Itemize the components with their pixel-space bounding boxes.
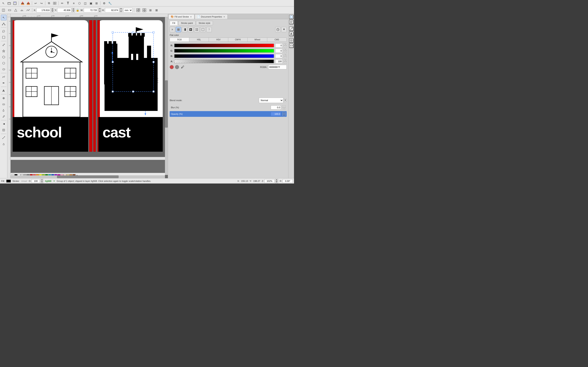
fill-type-swatch[interactable]: [200, 27, 206, 32]
transform-btn-2[interactable]: [7, 8, 12, 13]
y-increment[interactable]: ▲: [72, 8, 75, 10]
toolbar-view2-btn[interactable]: ▣: [88, 1, 94, 6]
tool-dropper2[interactable]: [1, 141, 7, 147]
g-value-input[interactable]: [275, 49, 283, 53]
tool-hexagon[interactable]: [1, 54, 7, 60]
a-value-input[interactable]: [275, 59, 283, 63]
transform-btn-5[interactable]: [25, 8, 31, 13]
toolbar-select-btn[interactable]: ↖: [1, 1, 6, 6]
tool-tweak[interactable]: [1, 28, 7, 34]
status-zoom-decrement[interactable]: ▼: [275, 181, 278, 183]
rs-align-btn[interactable]: [289, 20, 294, 24]
subtab-fill[interactable]: Fill: [170, 21, 178, 25]
fill-type-unknown[interactable]: ?: [207, 27, 212, 32]
toolbar-redo-btn[interactable]: ↪: [39, 1, 44, 6]
toolbar-save-btn[interactable]: [12, 1, 17, 6]
rs-grid-btn[interactable]: [289, 38, 294, 43]
tab-doc-props[interactable]: 📄 Document Properties ✕: [195, 14, 227, 19]
color-tab-cms[interactable]: CMS: [267, 38, 286, 42]
snap-btn-4[interactable]: ⊠: [154, 8, 159, 13]
status-zoom-increment[interactable]: ▲: [275, 179, 278, 181]
snap-btn-3[interactable]: ⊞: [148, 8, 153, 13]
toolbar-wrench-btn[interactable]: 🔧: [107, 1, 112, 6]
color-tab-cmyk[interactable]: CMYK: [228, 38, 248, 42]
status-zoom-input[interactable]: [264, 179, 275, 183]
rs-xml-btn[interactable]: [289, 43, 294, 48]
toolbar-bezier-btn[interactable]: ✏: [60, 1, 65, 6]
tool-mesh[interactable]: [1, 127, 7, 133]
canvas-content[interactable]: school: [11, 17, 168, 178]
tool-connector[interactable]: [1, 135, 7, 141]
tool-zoom[interactable]: [1, 34, 7, 40]
g-slider-track[interactable]: [174, 49, 274, 53]
tool-eyedropper[interactable]: [1, 114, 7, 119]
tab-fill-stroke-close[interactable]: ✕: [190, 16, 192, 18]
scrollbar-bottom[interactable]: [11, 175, 165, 178]
color-tab-rgb[interactable]: RGB: [170, 38, 189, 42]
tool-fill-bucket[interactable]: [1, 108, 7, 113]
y-input[interactable]: [57, 8, 71, 12]
blur-value[interactable]: [271, 105, 281, 109]
canvas-area[interactable]: 100 125 150 175 200 225: [7, 14, 168, 178]
r-increment[interactable]: +: [284, 43, 287, 45]
toolbar-folder-btn[interactable]: [7, 1, 12, 6]
tool-text[interactable]: A: [1, 88, 7, 93]
color-tab-hsl[interactable]: HSL: [189, 38, 209, 42]
b-value-input[interactable]: [275, 54, 283, 58]
rs-fill-stroke-btn[interactable]: [289, 15, 294, 19]
status-fill-indicator[interactable]: [6, 180, 11, 183]
fill-type-flat[interactable]: [176, 27, 181, 32]
x-increment[interactable]: ▲: [51, 8, 54, 10]
tab-doc-props-close[interactable]: ✕: [223, 16, 225, 18]
unit-select[interactable]: mm px cm in: [123, 8, 132, 12]
w-input[interactable]: [84, 8, 98, 12]
fill-type-radial[interactable]: [188, 27, 193, 32]
tool-node[interactable]: [1, 21, 7, 26]
toolbar-copy-btn[interactable]: ⧉: [46, 1, 52, 6]
g-increment[interactable]: +: [284, 49, 287, 51]
fill-type-none[interactable]: ✕: [170, 27, 175, 32]
fill-type-pattern[interactable]: [194, 27, 199, 32]
a-decrement[interactable]: −: [284, 61, 287, 63]
scrollbar-right-thumb[interactable]: [165, 80, 168, 128]
toolbar-export-btn[interactable]: 📤: [26, 1, 31, 6]
color-history-btn-1[interactable]: [170, 65, 174, 69]
blend-mode-select[interactable]: Normal Multiply Screen Overlay Darken Li…: [259, 98, 283, 103]
subtab-stroke-style[interactable]: Stroke style: [196, 21, 213, 25]
status-layer-arrow[interactable]: [53, 180, 55, 182]
h-increment[interactable]: ▲: [120, 10, 122, 12]
status-rotation-input[interactable]: [283, 179, 293, 183]
tool-circle[interactable]: [1, 60, 7, 66]
color-tab-hsv[interactable]: HSV: [209, 38, 228, 42]
x-input[interactable]: [36, 8, 51, 12]
blend-mode-dropdown[interactable]: ▼: [284, 99, 287, 102]
x-decrement[interactable]: ▼: [51, 10, 54, 12]
toolbar-text-btn[interactable]: T: [65, 1, 71, 6]
h-decrement[interactable]: ▼: [120, 8, 122, 10]
fill-type-extra1[interactable]: [275, 27, 281, 32]
tool-pencil[interactable]: [1, 42, 7, 48]
tool-eraser[interactable]: [1, 101, 7, 107]
toolbar-group-btn[interactable]: [52, 1, 57, 6]
scrollbar-right[interactable]: [165, 17, 168, 175]
r-slider-track[interactable]: [174, 44, 274, 47]
toolbar-pattern-btn[interactable]: ≡: [71, 1, 76, 6]
rs-transform-btn[interactable]: [289, 26, 294, 31]
tool-select[interactable]: ↖: [1, 15, 7, 20]
scrollbar-bottom-thumb[interactable]: [57, 175, 119, 178]
rs-text-btn[interactable]: A: [289, 32, 294, 36]
b-slider-track[interactable]: [174, 54, 274, 58]
w-decrement[interactable]: ▼: [98, 8, 101, 10]
toolbar-view3-btn[interactable]: ⊞: [94, 1, 99, 6]
fill-type-extra2[interactable]: [281, 27, 287, 32]
fill-type-linear[interactable]: [182, 27, 187, 32]
toolbar-undo-btn[interactable]: ↩: [33, 1, 38, 6]
tool-calligraphy[interactable]: ✒: [1, 80, 7, 86]
color-eyedropper-btn[interactable]: 🖊: [180, 65, 185, 69]
tool-bezier[interactable]: [1, 74, 7, 80]
toolbar-nodes-btn[interactable]: ⬡: [77, 1, 82, 6]
toolbar-view1-btn[interactable]: ◫: [82, 1, 88, 6]
rgba-input[interactable]: [268, 65, 287, 69]
r-value-input[interactable]: [275, 43, 283, 48]
h-input[interactable]: [105, 8, 119, 12]
